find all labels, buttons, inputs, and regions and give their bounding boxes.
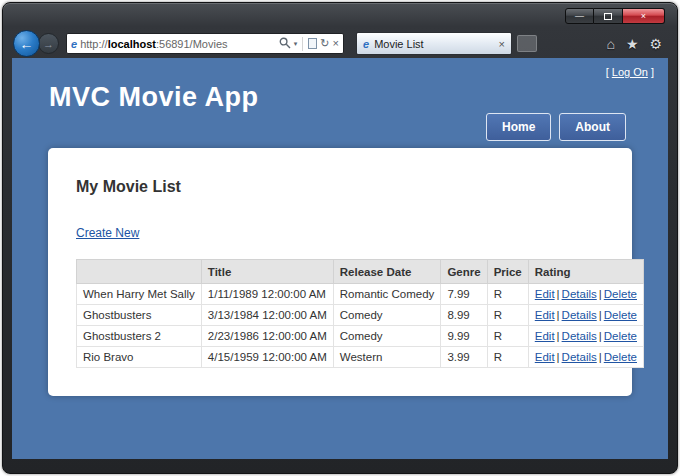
price-cell: 9.99: [441, 326, 487, 347]
column-header-genre: Genre: [441, 260, 487, 284]
table-row: When Harry Met Sally 1/11/1989 12:00:00 …: [77, 284, 644, 305]
tab-close-icon[interactable]: ×: [499, 38, 505, 50]
address-bar-divider: [302, 37, 303, 51]
column-header-release-date: Release Date: [333, 260, 441, 284]
price-cell: 7.99: [441, 284, 487, 305]
minimize-icon: —: [575, 12, 584, 21]
price-cell: 8.99: [441, 305, 487, 326]
url-protocol: http://: [80, 38, 108, 50]
browser-toolbar: ← → e http://localhost:56891/Movies ▾ ↻ …: [13, 30, 667, 57]
table-row: Ghostbusters 2 2/23/1986 12:00:00 AM Com…: [77, 326, 644, 347]
back-icon: ←: [20, 36, 34, 52]
table-row: Rio Bravo 4/15/1959 12:00:00 AM Western …: [77, 347, 644, 368]
page-heading: My Movie List: [76, 178, 604, 196]
url-path: :56891/Movies: [156, 38, 228, 50]
action-separator: |: [555, 330, 562, 342]
table-row: Ghostbusters 3/13/1984 12:00:00 AM Comed…: [77, 305, 644, 326]
delete-link[interactable]: Delete: [604, 351, 637, 363]
column-header-title: Title: [201, 260, 333, 284]
movie-name-cell: Ghostbusters: [77, 305, 202, 326]
url-host: localhost: [108, 38, 156, 50]
compatibility-view-icon[interactable]: [308, 38, 317, 49]
release-date-cell: 2/23/1986 12:00:00 AM: [201, 326, 333, 347]
tab-title: Movie List: [374, 38, 493, 50]
genre-cell: Comedy: [333, 326, 441, 347]
new-tab-button[interactable]: [517, 35, 537, 52]
edit-link[interactable]: Edit: [535, 330, 555, 342]
address-bar[interactable]: e http://localhost:56891/Movies ▾ ↻ ×: [66, 33, 344, 54]
edit-link[interactable]: Edit: [535, 351, 555, 363]
delete-link[interactable]: Delete: [604, 330, 637, 342]
rating-cell: R: [487, 326, 528, 347]
release-date-cell: 3/13/1984 12:00:00 AM: [201, 305, 333, 326]
delete-link[interactable]: Delete: [604, 288, 637, 300]
genre-cell: Romantic Comedy: [333, 284, 441, 305]
details-link[interactable]: Details: [562, 309, 597, 321]
logon-link[interactable]: Log On: [612, 66, 648, 78]
logon-bracket-close: ]: [651, 66, 654, 78]
close-icon: ×: [641, 12, 646, 21]
details-link[interactable]: Details: [562, 330, 597, 342]
column-header-rating: Rating: [528, 260, 643, 284]
column-header-blank: [77, 260, 202, 284]
minimize-button[interactable]: —: [565, 8, 594, 24]
actions-cell: Edit|Details|Delete: [528, 326, 643, 347]
price-cell: 3.99: [441, 347, 487, 368]
logon-area: [ Log On ]: [606, 66, 654, 78]
column-header-price: Price: [487, 260, 528, 284]
table-header-row: Title Release Date Genre Price Rating: [77, 260, 644, 284]
window-controls: — ×: [565, 8, 665, 24]
browser-window: — × ← → e http://localhost:56891/Movies …: [2, 2, 678, 474]
maximize-icon: [604, 13, 612, 20]
forward-icon: →: [43, 38, 54, 50]
logon-bracket-open: [: [606, 66, 609, 78]
movies-table: Title Release Date Genre Price Rating Wh…: [76, 259, 644, 368]
nav-about-button[interactable]: About: [559, 113, 626, 141]
ie-favicon-icon: e: [71, 38, 77, 50]
genre-cell: Western: [333, 347, 441, 368]
actions-cell: Edit|Details|Delete: [528, 305, 643, 326]
action-separator: |: [555, 309, 562, 321]
edit-link[interactable]: Edit: [535, 288, 555, 300]
chrome-icons: ⌂ ★ ⚙: [606, 36, 662, 52]
tab-movie-list[interactable]: e Movie List ×: [356, 32, 512, 55]
actions-cell: Edit|Details|Delete: [528, 284, 643, 305]
create-new-link[interactable]: Create New: [76, 226, 139, 240]
details-link[interactable]: Details: [562, 351, 597, 363]
address-dropdown-icon[interactable]: ▾: [294, 40, 298, 47]
actions-cell: Edit|Details|Delete: [528, 347, 643, 368]
maximize-button[interactable]: [594, 8, 623, 24]
tools-gear-icon[interactable]: ⚙: [649, 36, 662, 52]
action-separator: |: [555, 351, 562, 363]
rating-cell: R: [487, 305, 528, 326]
home-icon[interactable]: ⌂: [606, 36, 614, 52]
forward-button[interactable]: →: [38, 33, 59, 54]
details-link[interactable]: Details: [562, 288, 597, 300]
tab-favicon-icon: e: [363, 38, 369, 50]
content-card: My Movie List Create New Title Release D…: [48, 148, 632, 396]
search-icon[interactable]: [279, 37, 291, 51]
favorites-star-icon[interactable]: ★: [626, 36, 639, 52]
genre-cell: Comedy: [333, 305, 441, 326]
action-separator: |: [597, 288, 604, 300]
page-viewport: [ Log On ] MVC Movie App Home About My M…: [12, 58, 668, 459]
movie-name-cell: When Harry Met Sally: [77, 284, 202, 305]
release-date-cell: 1/11/1989 12:00:00 AM: [201, 284, 333, 305]
nav-home-button[interactable]: Home: [486, 113, 551, 141]
close-button[interactable]: ×: [623, 8, 665, 24]
action-separator: |: [597, 309, 604, 321]
movie-name-cell: Ghostbusters 2: [77, 326, 202, 347]
edit-link[interactable]: Edit: [535, 309, 555, 321]
refresh-icon[interactable]: ↻: [320, 38, 329, 49]
stop-icon[interactable]: ×: [333, 38, 339, 49]
action-separator: |: [597, 351, 604, 363]
action-separator: |: [555, 288, 562, 300]
url-text: http://localhost:56891/Movies: [80, 38, 227, 50]
rating-cell: R: [487, 284, 528, 305]
release-date-cell: 4/15/1959 12:00:00 AM: [201, 347, 333, 368]
action-separator: |: [597, 330, 604, 342]
back-button[interactable]: ←: [13, 30, 40, 57]
delete-link[interactable]: Delete: [604, 309, 637, 321]
main-nav: Home About: [486, 113, 626, 141]
rating-cell: R: [487, 347, 528, 368]
